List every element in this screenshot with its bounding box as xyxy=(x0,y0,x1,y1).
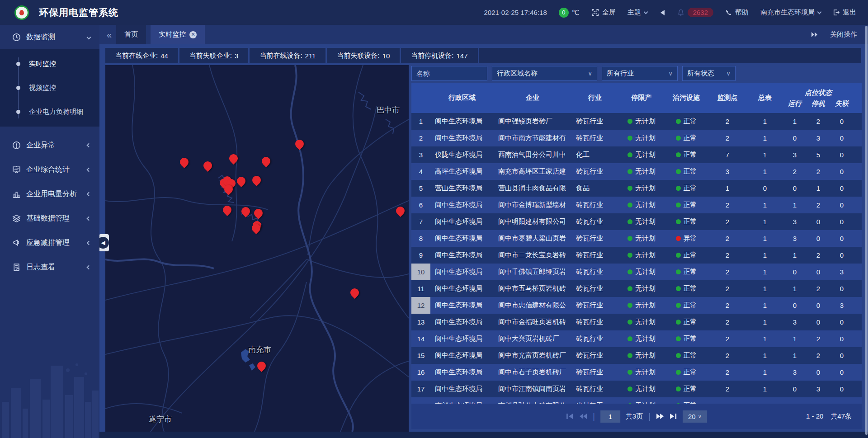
table-row[interactable]: 6阆中生态环境局阆中市金博瑞新型墙材砖瓦行业无计划正常21120 xyxy=(411,197,862,213)
table-cell: 南部县弘化土砖有限公 xyxy=(494,397,571,404)
table-cell: 0 xyxy=(830,280,854,297)
table-row[interactable]: 18南部生态环境局南部县弘化土砖有限公建材加工无计划正常60060 xyxy=(411,397,862,404)
table-row[interactable]: 12阆中生态环境局阆中市忠信建材有限公砖瓦行业无计划正常21003 xyxy=(411,297,862,314)
fullscreen-button[interactable]: 全屏 xyxy=(591,8,616,17)
help-button[interactable]: 帮助 xyxy=(725,8,749,17)
stat-offline-devices: 当前失联设备:10 xyxy=(327,48,400,63)
stat-online-companies: 当前在线企业:44 xyxy=(105,48,178,63)
tab-realtime-monitor[interactable]: 实时监控 ✕ xyxy=(151,25,205,44)
bullet-dot-icon xyxy=(16,110,20,114)
sidebar-item-emergency-reduction[interactable]: 应急减排管理 xyxy=(0,231,99,255)
sidebar-item-enterprise-abnormal[interactable]: 企业异常 xyxy=(0,133,99,157)
table-cell: 无计划 xyxy=(618,213,665,230)
page-size-select[interactable]: 20 ∨ xyxy=(683,410,707,423)
sidebar-item-video-monitor[interactable]: 视频监控 xyxy=(0,76,99,100)
first-page-button[interactable] xyxy=(566,413,574,419)
pagination-bar: | 共3页 | 20 ∨ 1 - 20 共47条 xyxy=(411,404,862,429)
close-tab-icon[interactable]: ✕ xyxy=(189,31,197,38)
prev-page-button[interactable] xyxy=(579,413,587,419)
table-cell: 1 xyxy=(783,330,807,347)
status-dot xyxy=(627,370,632,375)
range-label: 1 - 20 xyxy=(806,412,823,421)
datetime-display: 2021-02-25 17:46:18 xyxy=(484,9,547,16)
table-cell: 1 xyxy=(747,113,783,130)
table-cell: 砖瓦行业 xyxy=(571,364,618,381)
table-row[interactable]: 3仪陇生态环境局西南油气田分公司川中化工无计划正常71350 xyxy=(411,146,862,163)
sidebar-item-data-monitor[interactable]: 数据监测 xyxy=(0,25,99,49)
table-cell: 无计划 xyxy=(618,163,665,180)
tab-home[interactable]: 首页 xyxy=(116,25,146,44)
table-row[interactable]: 17阆中生态环境局阆中市江南镇阆南页岩砖瓦行业无计划正常21030 xyxy=(411,381,862,397)
table-cell: 正常 xyxy=(665,197,708,213)
status-filter-select[interactable]: 所有状态 ∨ xyxy=(682,66,736,81)
table-cell: 阆中大兴页岩机砖厂 xyxy=(494,330,571,347)
name-filter-input[interactable] xyxy=(411,66,487,81)
page-scrollbar[interactable] xyxy=(865,26,868,435)
table-row[interactable]: 8阆中生态环境局阆中市枣碧大梁山页岩砖瓦行业无计划异常21300 xyxy=(411,230,862,247)
table-row[interactable]: 1阆中生态环境局阆中强锐页岩砖厂砖瓦行业无计划正常21120 xyxy=(411,113,862,130)
sidebar-collapse-handle[interactable]: ◀ xyxy=(99,234,109,251)
table-cell: 2 xyxy=(807,330,830,347)
table-cell: 2 xyxy=(708,314,747,330)
page-number-input[interactable] xyxy=(600,410,620,423)
table-cell: 1 xyxy=(747,347,783,364)
last-page-button[interactable] xyxy=(670,413,677,419)
table-cell: 0 xyxy=(830,130,854,146)
table-cell: 0 xyxy=(783,264,807,280)
status-dot xyxy=(627,236,632,241)
table-row[interactable]: 10阆中生态环境局阆中千佛镇五郎垭页岩砖瓦行业无计划正常21003 xyxy=(411,264,862,280)
table-cell: 正常 xyxy=(665,130,708,146)
table-cell: 阆中生态环境局 xyxy=(430,381,494,397)
industry-filter-select[interactable]: 所有行业 ∨ xyxy=(602,66,678,81)
table-cell: 2 xyxy=(807,347,830,364)
table-row[interactable]: 4高坪生态环境局南充市高坪区王家店建砖瓦行业无计划正常31220 xyxy=(411,163,862,180)
tabs-scroll-left-icon[interactable]: « xyxy=(107,30,112,39)
status-dot xyxy=(627,119,632,124)
bar-chart-icon xyxy=(12,189,21,198)
org-dropdown[interactable]: 南充市生态环境局 xyxy=(760,8,821,17)
table-row[interactable]: 9阆中生态环境局阆中市二龙长宝页岩砖砖瓦行业无计划正常21120 xyxy=(411,247,862,264)
status-dot xyxy=(627,353,632,358)
next-page-button[interactable] xyxy=(656,413,664,419)
sidebar-item-enterprise-stats[interactable]: 企业综合统计 xyxy=(0,157,99,182)
status-dot xyxy=(627,269,632,274)
table-row[interactable]: 13阆中生态环境局阆中市金福旺页岩机砖砖瓦行业无计划正常21300 xyxy=(411,314,862,330)
status-dot xyxy=(627,386,632,391)
table-row[interactable]: 11阆中生态环境局阆中市五马桥页岩机砖砖瓦行业无计划正常21120 xyxy=(411,280,862,297)
sidebar-item-realtime-monitor[interactable]: 实时监控 xyxy=(0,52,99,76)
bullet-dot-icon xyxy=(16,62,20,66)
table-cell: 砖瓦行业 xyxy=(571,347,618,364)
table-row[interactable]: 16阆中生态环境局阆中市石子页岩机砖厂砖瓦行业无计划正常21300 xyxy=(411,364,862,381)
table-cell: 阆中生态环境局 xyxy=(430,330,494,347)
logout-button[interactable]: 退出 xyxy=(833,8,856,17)
table-row[interactable]: 15阆中生态环境局阆中市光富页岩机砖厂砖瓦行业无计划正常21120 xyxy=(411,347,862,364)
sidebar-item-base-data[interactable]: 基础数据管理 xyxy=(0,206,99,231)
table-cell: 6 xyxy=(807,397,830,404)
table-cell: 2 xyxy=(708,264,747,280)
tabs-scroll-right-icon[interactable] xyxy=(811,32,818,38)
table-row[interactable]: 2阆中生态环境局阆中市南方节能建材有砖瓦行业无计划正常21030 xyxy=(411,130,862,146)
table-cell: 0 xyxy=(830,330,854,347)
sidebar-item-power-load-detail[interactable]: 企业电力负荷明细 xyxy=(0,100,99,124)
speaker-icon xyxy=(659,9,665,16)
table-cell: 3 xyxy=(783,230,807,247)
map-panel[interactable]: 巴中市南充市遂宁市 xyxy=(105,65,409,432)
fullscreen-icon xyxy=(591,9,599,16)
table-cell: 无计划 xyxy=(618,264,665,280)
mute-button[interactable] xyxy=(659,9,665,16)
notifications[interactable]: 2632 xyxy=(677,8,713,17)
status-dot xyxy=(676,152,681,157)
log-file-icon xyxy=(12,263,21,272)
table-cell: 6 xyxy=(411,197,430,213)
sidebar-item-log-view[interactable]: 日志查看 xyxy=(0,255,99,279)
table-cell: 仪陇生态环境局 xyxy=(430,146,494,163)
table-row[interactable]: 7阆中生态环境局阆中明阳建材有限公司砖瓦行业无计划正常21300 xyxy=(411,213,862,230)
table-row[interactable]: 5营山生态环境局营山县润丰肉食品有限食品无计划正常10010 xyxy=(411,180,862,197)
sidebar-item-power-analysis[interactable]: 企业用电量分析 xyxy=(0,182,99,206)
region-filter-select[interactable]: 行政区域名称 ∨ xyxy=(492,66,597,81)
table-cell: 阆中生态环境局 xyxy=(430,264,494,280)
table-cell: 正常 xyxy=(665,347,708,364)
table-row[interactable]: 14阆中生态环境局阆中大兴页岩机砖厂砖瓦行业无计划正常21120 xyxy=(411,330,862,347)
theme-dropdown[interactable]: 主题 xyxy=(627,8,647,17)
close-operations-button[interactable]: 关闭操作 xyxy=(830,30,857,39)
